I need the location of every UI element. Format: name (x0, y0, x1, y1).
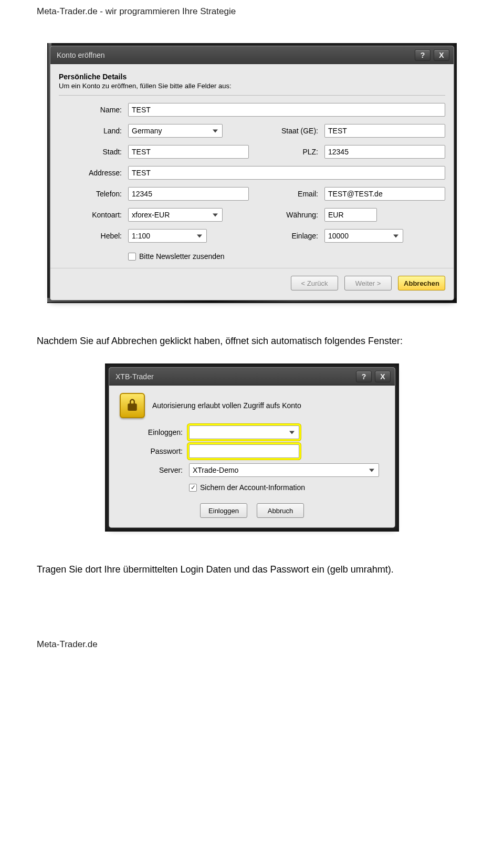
save-account-checkbox[interactable]: ✓ (189, 484, 197, 492)
close-button[interactable]: X (434, 49, 449, 61)
staat-field[interactable]: TEST (324, 124, 445, 138)
adresse-field[interactable]: TEST (128, 166, 445, 180)
email-field[interactable]: TEST@TEST.de (324, 187, 445, 201)
server-combo[interactable]: XTrade-Demo (189, 463, 379, 477)
newsletter-label: Bitte Newsletter zusenden (139, 252, 225, 261)
label-kontoart: Kontoart: (59, 211, 122, 219)
close-button[interactable]: X (375, 371, 391, 382)
screenshot-login: XTB-Trader ? X Autorisierung erlaubt vol… (105, 363, 399, 532)
label-hebel: Hebel: (59, 232, 122, 240)
label-login: Einloggen: (125, 428, 183, 436)
label-server: Server: (125, 466, 183, 474)
land-combo[interactable]: Germany (128, 124, 223, 138)
section-title: Persönliche Details (59, 72, 445, 81)
name-field[interactable]: TEST (128, 103, 445, 117)
einlage-combo[interactable]: 10000 (324, 229, 403, 243)
password-field[interactable] (189, 444, 299, 458)
titlebar: XTB-Trader ? X (109, 368, 395, 386)
page-footer: Meta-Trader.de (37, 639, 467, 650)
doc-paragraph-2: Tragen Sie dort Ihre übermittelten Login… (37, 563, 467, 576)
label-land: Land: (59, 127, 122, 135)
login-button[interactable]: Einloggen (200, 503, 247, 518)
plz-field[interactable]: 12345 (324, 145, 445, 159)
help-button[interactable]: ? (356, 371, 372, 382)
kontoart-combo[interactable]: xforex-EUR (128, 208, 223, 222)
section-subtitle: Um ein Konto zu eröffnen, füllen Sie bit… (59, 82, 445, 90)
auth-text: Autorisierung erlaubt vollen Zugriff auf… (152, 401, 301, 410)
window-title: Konto eröffnen (57, 51, 412, 59)
page-header: Meta-Trader.de - wir programmieren Ihre … (37, 6, 467, 17)
newsletter-checkbox[interactable] (128, 253, 136, 261)
label-telefon: Telefon: (59, 190, 122, 198)
hebel-combo[interactable]: 1:100 (128, 229, 207, 243)
label-plz: PLZ: (255, 148, 318, 156)
label-einlage: Einlage: (255, 232, 318, 240)
label-stadt: Stadt: (59, 148, 122, 156)
screenshot-konto-eroeffnen: Konto eröffnen ? X Persönliche Details U… (47, 43, 457, 303)
back-button[interactable]: < Zurück (291, 276, 338, 290)
doc-paragraph-1: Nachdem Sie auf Abbrechen geklickt haben… (37, 335, 467, 348)
cancel-button[interactable]: Abbrechen (398, 276, 445, 290)
save-account-label: Sichern der Account-Information (200, 483, 305, 492)
waehrung-field: EUR (324, 208, 377, 222)
login-field[interactable] (189, 425, 299, 439)
lock-icon (120, 393, 145, 418)
dialog-login: XTB-Trader ? X Autorisierung erlaubt vol… (109, 368, 395, 527)
titlebar: Konto eröffnen ? X (50, 46, 454, 64)
telefon-field[interactable]: 12345 (128, 187, 249, 201)
label-name: Name: (59, 106, 122, 114)
label-waehrung: Währung: (255, 211, 318, 219)
next-button[interactable]: Weiter > (344, 276, 392, 290)
help-button[interactable]: ? (415, 49, 430, 61)
label-adresse: Addresse: (59, 169, 122, 177)
label-password: Passwort: (125, 447, 183, 455)
label-email: Email: (255, 190, 318, 198)
dialog-open-account: Konto eröffnen ? X Persönliche Details U… (50, 46, 454, 300)
window-title: XTB-Trader (116, 372, 353, 381)
stadt-field[interactable]: TEST (128, 145, 249, 159)
label-staat: Staat (GE): (255, 127, 318, 135)
abort-button[interactable]: Abbruch (257, 503, 304, 518)
